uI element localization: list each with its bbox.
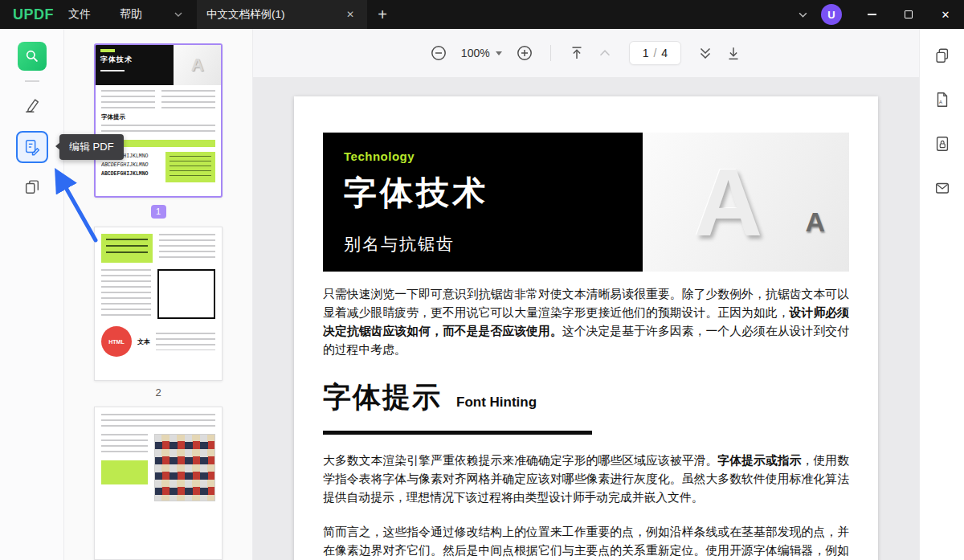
chevron-down-icon <box>496 51 502 55</box>
alphabet-row: ABCDEFGHIJKLMNO <box>101 161 161 170</box>
zoom-level-dropdown[interactable]: 100% <box>461 47 502 59</box>
document-security-button[interactable] <box>930 132 954 156</box>
thumb2-red-circle: HTML <box>101 326 132 357</box>
account-chevron-icon[interactable] <box>792 0 813 29</box>
first-page-icon <box>568 44 586 62</box>
doc-eyebrow: Technology <box>344 149 622 163</box>
thumb-text-lines <box>101 90 155 109</box>
menu-file[interactable]: 文件 <box>54 0 105 29</box>
small-letter: A <box>805 206 825 238</box>
copy-tool-button[interactable] <box>930 43 954 67</box>
thumb-text-lines <box>161 90 215 109</box>
organize-pages-icon <box>23 178 41 196</box>
page-current[interactable]: 1 <box>643 47 649 59</box>
thumbnail-page-1[interactable]: 字体技术 A 字体提示 ABCDEFGHIJKLMNO <box>94 43 223 198</box>
minimize-icon <box>868 14 876 15</box>
thumb-text-lines <box>101 434 148 455</box>
thumb3-green-block <box>101 460 148 484</box>
thumbnail-page-2[interactable]: HTML 文本 <box>94 227 223 381</box>
pen-icon <box>23 96 41 114</box>
tab-close-icon[interactable]: ✕ <box>343 7 357 22</box>
big-letter: A <box>694 148 762 257</box>
window-maximize-button[interactable] <box>890 0 927 29</box>
zoom-in-button[interactable] <box>516 44 533 62</box>
thumb-text-lines <box>159 234 215 261</box>
last-page-button[interactable] <box>725 44 742 62</box>
thumb1-title: 字体技术 <box>100 55 169 65</box>
edit-pdf-tool-button[interactable] <box>16 131 48 163</box>
edit-pdf-icon <box>23 138 41 156</box>
thumb2-bottom: HTML 文本 <box>101 326 215 357</box>
thumb1-header-text: 字体技术 <box>96 45 174 85</box>
copy-icon <box>933 47 951 64</box>
thumb2-middle <box>101 269 215 319</box>
thumb3-left <box>101 434 148 501</box>
thumb1-header: 字体技术 A <box>96 45 221 85</box>
new-tab-button[interactable]: + <box>367 0 398 29</box>
rail-divider <box>25 80 39 82</box>
viewer-toolbar: 100% <box>253 29 919 77</box>
thumb1-letter: A <box>191 55 204 76</box>
p2-bold-text: 字体提示或指示 <box>717 454 801 467</box>
next-page-button[interactable] <box>696 44 714 62</box>
thumb1-section-title: 字体提示 <box>101 113 215 121</box>
thumb1-text-columns <box>101 90 215 109</box>
pdfa-convert-button[interactable]: A <box>930 88 954 112</box>
annotate-tool-button[interactable] <box>18 91 47 120</box>
first-page-button[interactable] <box>568 44 586 62</box>
document-tab[interactable]: 中文文档样例(1) ✕ <box>197 0 367 29</box>
feedback-button[interactable] <box>930 176 954 200</box>
page-indicator[interactable]: 1 / 4 <box>629 41 681 65</box>
thumbnail-panel: 字体技术 A 字体提示 ABCDEFGHIJKLMNO <box>64 29 253 560</box>
zoom-out-button[interactable] <box>430 44 447 62</box>
page-1-badge: 1 <box>151 205 166 219</box>
thumb-text-lines <box>156 333 215 350</box>
thumb1-eyebrow-bar <box>100 49 115 52</box>
tab-list-chevron-icon[interactable] <box>168 0 189 29</box>
search-icon <box>24 48 40 64</box>
tab-title: 中文文档样例(1) <box>206 7 343 22</box>
search-button[interactable] <box>18 42 47 71</box>
thumb2-top <box>101 234 215 263</box>
doc-paragraph-3: 简而言之，这些指令通过修改结构上的位置来工作重要的点，例如沿样条线或在茎基部发现… <box>323 523 849 560</box>
right-tool-rail: A <box>919 29 964 560</box>
doc-subtitle: 别名与抗锯齿 <box>344 233 622 255</box>
thumb2-body: HTML 文本 <box>95 227 222 363</box>
p1-text: 只需快速浏览一下即可意识到抗锯齿非常对使文本清晰易读很重要。除了少数例外，抗锯齿… <box>323 288 849 319</box>
thumb3-letter-tiles-photo <box>154 434 215 501</box>
window-minimize-button[interactable] <box>853 0 890 29</box>
lock-document-icon <box>933 135 951 153</box>
alphabet-row: ABCDEFGHIJKLMNO <box>101 170 161 178</box>
titlebar: UPDF 文件 帮助 中文文档样例(1) ✕ + U ✕ <box>0 0 964 29</box>
doc-header-letter-image: A A <box>643 133 849 272</box>
page-separator: / <box>653 47 656 59</box>
doc-paragraph-1: 只需快速浏览一下即可意识到抗锯齿非常对使文本清晰易读很重要。除了少数例外，抗锯齿… <box>323 285 849 359</box>
pdfa-icon: A <box>933 91 951 108</box>
organize-pages-tool-button[interactable] <box>18 173 47 202</box>
maximize-icon <box>905 10 913 18</box>
section-title: 字体提示 <box>323 378 442 416</box>
edit-pdf-tooltip: 编辑 PDF <box>59 134 124 160</box>
thumb-text-lines <box>101 414 215 428</box>
pdf-page: Technology 字体技术 别名与抗锯齿 A A 只需快速浏览一下即可意识到… <box>294 96 878 560</box>
thumbnail-page-3[interactable] <box>94 407 223 560</box>
double-chevron-down-icon <box>696 44 714 62</box>
thumb2-photo <box>157 269 215 319</box>
thumb2-green-block <box>101 234 153 263</box>
user-avatar[interactable]: U <box>821 4 842 25</box>
chevron-up-icon <box>596 44 614 62</box>
zoom-out-icon <box>430 44 447 62</box>
menu-help[interactable]: 帮助 <box>105 0 157 29</box>
thumb2-circle-text: HTML <box>108 339 124 345</box>
window-close-button[interactable]: ✕ <box>927 0 964 29</box>
last-page-icon <box>725 44 742 62</box>
doc-paragraph-2: 大多数文本渲染引擎严重依赖提示来准确确定字形的哪些区域应该被平滑。字体提示或指示… <box>323 452 849 507</box>
previous-page-button[interactable] <box>596 44 614 62</box>
thumb2-caption: 文本 <box>137 337 150 346</box>
page-2-label: 2 <box>155 386 161 399</box>
p2-text: 大多数文本渲染引擎严重依赖提示来准确确定字形的哪些区域应该被平滑。 <box>323 454 717 467</box>
document-canvas[interactable]: Technology 字体技术 别名与抗锯齿 A A 只需快速浏览一下即可意识到… <box>253 77 919 560</box>
viewer: 100% <box>253 29 919 560</box>
doc-header: Technology 字体技术 别名与抗锯齿 A A <box>323 133 849 272</box>
svg-text:A: A <box>938 100 942 104</box>
